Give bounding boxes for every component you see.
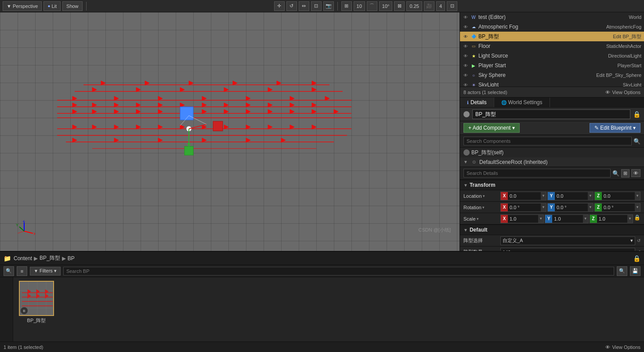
- edit-blueprint-button[interactable]: ✎ Edit Blueprint ▾: [590, 123, 640, 133]
- scale-lock-icon[interactable]: 🔒: [634, 214, 640, 223]
- scale-inputs: X 1.0 ▼ Y 1.0 ▼ Z 1.0 ▼ 🔒: [500, 214, 640, 223]
- array-type-row: 阵型选择 自定义_A ▾ ↺: [460, 235, 644, 247]
- rotation-y-arrow[interactable]: ▼: [588, 203, 593, 211]
- bp-name-input[interactable]: [472, 109, 630, 119]
- scale-tool[interactable]: ⇔: [299, 1, 309, 11]
- outliner-row-player[interactable]: 👁 ▶ Player Start PlayerStart: [460, 61, 644, 70]
- show-button[interactable]: Show: [62, 1, 83, 11]
- viewport-scene: [0, 12, 459, 251]
- viewport[interactable]: X Z Y CSDN @[小纸]: [0, 12, 459, 251]
- view-options-label[interactable]: View Options: [612, 90, 640, 95]
- perspective-dropdown[interactable]: ▼ Perspective: [3, 1, 42, 11]
- add-component-button[interactable]: + Add Component ▾: [463, 123, 520, 133]
- outliner-row-bp[interactable]: 👁 🔷 BP_阵型 Edit BP_阵型: [460, 32, 644, 41]
- visibility-icon-fog[interactable]: 👁: [463, 25, 469, 29]
- path-sep-2: ▶: [62, 255, 66, 261]
- visibility-icon-skylight[interactable]: 👁: [463, 83, 469, 87]
- location-row: Location ▾ X 0.0 ▼ Y 0.0 ▼ Z: [460, 190, 644, 202]
- lock-icon[interactable]: 🔒: [633, 111, 640, 118]
- scale-x-input[interactable]: X 1.0 ▼: [500, 214, 544, 223]
- rotation-y-input[interactable]: Y 0.0 ° ▼: [547, 203, 593, 212]
- visibility-icon-test[interactable]: 👁: [463, 15, 469, 20]
- maximize-tool[interactable]: ⊡: [447, 1, 457, 11]
- array-count-value: 140: [503, 250, 510, 251]
- path-bp-main[interactable]: BP_阵型: [40, 254, 60, 262]
- cam-speed[interactable]: 🎥: [424, 1, 434, 11]
- outliner-row-light[interactable]: 👁 ★ Light Source DirectionalLight: [460, 51, 644, 61]
- search-content-icon-btn[interactable]: 🔍: [4, 266, 14, 276]
- outliner-row-test[interactable]: 👁 W test (Editor) World: [460, 12, 644, 22]
- component-root-row[interactable]: BP_阵型(self): [460, 148, 644, 157]
- scale-z-arrow[interactable]: ▼: [627, 215, 633, 223]
- outliner-row-fog[interactable]: 👁 ☁ Atmospheric Fog AtmosphericFog: [460, 22, 644, 32]
- array-type-dropdown[interactable]: 自定义_A ▾: [500, 236, 635, 245]
- search-details-input[interactable]: [463, 169, 611, 178]
- translate-tool[interactable]: ✛: [274, 1, 285, 11]
- angle-snap[interactable]: ⌒: [367, 1, 377, 11]
- array-type-reset[interactable]: ↺: [637, 238, 640, 243]
- details-eye-btn[interactable]: 👁: [631, 169, 640, 177]
- location-y-arrow[interactable]: ▼: [588, 192, 593, 200]
- search-components-icon[interactable]: 🔍: [633, 138, 640, 145]
- default-chevron: ▼: [463, 228, 468, 232]
- outliner-row-skylight[interactable]: 👁 ☀ SkyLight SkyLight: [460, 80, 644, 87]
- visibility-icon-light[interactable]: 👁: [463, 54, 469, 58]
- view-options-label-bottom[interactable]: View Options: [612, 345, 640, 350]
- visibility-icon-sky[interactable]: 👁: [463, 73, 469, 78]
- tab-details[interactable]: ℹ Details: [460, 98, 494, 107]
- rotation-z-arrow[interactable]: ▼: [635, 203, 640, 211]
- array-count-input[interactable]: 140 ▾: [500, 248, 635, 251]
- details-view-btn[interactable]: ⊞: [621, 169, 630, 178]
- filter-icon: ▼: [34, 269, 38, 273]
- tab-world-settings[interactable]: 🌐 World Settings: [494, 98, 550, 107]
- array-count-arrow: ▾: [630, 249, 633, 251]
- rotate-tool[interactable]: ↺: [286, 1, 297, 11]
- scale-x-arrow[interactable]: ▼: [538, 215, 543, 223]
- path-content[interactable]: Content: [14, 255, 32, 261]
- svg-line-85: [18, 231, 24, 233]
- scale-snap[interactable]: ⊠: [394, 1, 405, 11]
- search-details-icon[interactable]: 🔍: [612, 170, 619, 177]
- bottom-footer: 1 item (1 selected) 👁 View Options: [0, 341, 644, 352]
- outliner-row-sky[interactable]: 👁 ○ Sky Sphere Edit BP_Sky_Sphere: [460, 70, 644, 80]
- visibility-icon-floor[interactable]: 👁: [463, 44, 469, 49]
- sep-c1: [337, 2, 338, 11]
- content-search-btn[interactable]: 🔍: [617, 266, 627, 276]
- grid-snap[interactable]: ⊞: [341, 1, 352, 11]
- rotation-x-arrow[interactable]: ▼: [541, 203, 546, 211]
- scale-label: Scale: [463, 216, 476, 221]
- location-y-input[interactable]: Y 0.0 ▼: [547, 192, 593, 200]
- scale-y-input[interactable]: Y 1.0 ▼: [545, 214, 588, 223]
- transform-tool[interactable]: ⊡: [311, 1, 322, 11]
- lit-button[interactable]: ● Lit: [43, 1, 61, 11]
- rotation-x-input[interactable]: X 0.0 ° ▼: [500, 203, 546, 212]
- eye-icon-bottom: 👁: [605, 345, 610, 350]
- location-z-input[interactable]: Z 0.0 ▼: [594, 192, 640, 200]
- scale-y-arrow[interactable]: ▼: [583, 215, 588, 223]
- visibility-icon-player[interactable]: 👁: [463, 63, 469, 68]
- array-count-reset[interactable]: ↺: [637, 250, 640, 251]
- location-inputs: X 0.0 ▼ Y 0.0 ▼ Z 0.0 ▼: [500, 192, 640, 200]
- rotation-z-input[interactable]: Z 0.0 ° ▼: [594, 203, 640, 212]
- view-options-container: 👁 View Options: [605, 345, 640, 350]
- camera-tool[interactable]: 📷: [323, 1, 334, 11]
- location-x-input[interactable]: X 0.0 ▼: [500, 192, 546, 200]
- search-components-row: 🔍: [460, 135, 644, 148]
- location-z-arrow[interactable]: ▼: [635, 192, 640, 200]
- bp-icon: 🔷: [470, 33, 477, 40]
- location-x-arrow[interactable]: ▼: [541, 192, 546, 200]
- visibility-icon-bp[interactable]: 👁: [463, 34, 469, 39]
- path-bp-sub[interactable]: BP: [68, 255, 75, 261]
- content-search-input[interactable]: [63, 267, 614, 276]
- search-components-input[interactable]: [463, 137, 632, 145]
- save-search-btn[interactable]: 💾: [630, 266, 640, 276]
- rotation-x-value: 0.0 °: [508, 203, 541, 211]
- outliner-row-floor[interactable]: 👁 ▭ Floor StaticMeshActor: [460, 41, 644, 51]
- scale-z-input[interactable]: Z 1.0 ▼: [590, 214, 633, 223]
- search-details-row: 🔍 ⊞ 👁: [460, 167, 644, 180]
- default-section-header[interactable]: ▼ Default: [460, 225, 644, 235]
- transform-section-header[interactable]: ▼ Transform: [460, 180, 644, 190]
- list-view-btn[interactable]: ≡: [17, 266, 27, 276]
- filters-button[interactable]: ▼ Filters ▾: [30, 267, 61, 276]
- asset-item-bp[interactable]: B BP_阵型: [17, 281, 56, 324]
